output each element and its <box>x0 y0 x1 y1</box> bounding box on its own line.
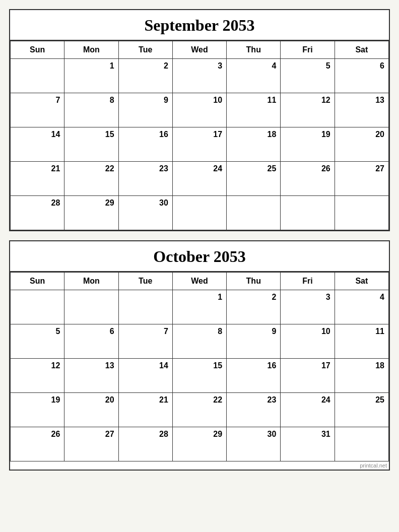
day-cell: 4 <box>335 290 388 324</box>
day-cell: 31 <box>281 427 335 461</box>
table-row: 78910111213 <box>11 93 389 127</box>
day-cell: 21 <box>118 393 172 427</box>
sep-col-tue: Tue <box>118 41 172 59</box>
day-cell: 23 <box>118 162 172 196</box>
sep-col-sun: Sun <box>11 41 64 59</box>
day-cell: 8 <box>172 324 226 359</box>
oct-col-sun: Sun <box>11 273 64 290</box>
day-cell <box>281 196 335 230</box>
table-row: 282930 <box>11 196 389 230</box>
day-cell: 9 <box>118 93 172 127</box>
table-row: 14151617181920 <box>11 127 389 162</box>
day-cell: 3 <box>172 59 226 93</box>
sep-col-wed: Wed <box>172 41 226 59</box>
day-cell: 30 <box>118 196 172 230</box>
day-cell: 10 <box>281 324 335 359</box>
day-cell: 6 <box>335 59 388 93</box>
day-cell: 15 <box>64 127 118 162</box>
day-cell: 1 <box>172 290 226 324</box>
sep-col-fri: Fri <box>281 41 335 59</box>
oct-col-thu: Thu <box>227 273 281 290</box>
day-cell: 26 <box>281 162 335 196</box>
day-cell: 11 <box>335 324 388 359</box>
day-cell: 8 <box>64 93 118 127</box>
september-calendar: September 2053 Sun Mon Tue Wed Thu Fri S… <box>9 9 390 231</box>
table-row: 123456 <box>11 59 389 93</box>
day-cell: 23 <box>227 393 281 427</box>
october-calendar: October 2053 Sun Mon Tue Wed Thu Fri Sat… <box>9 240 390 471</box>
day-cell: 15 <box>172 359 226 393</box>
day-cell: 5 <box>281 59 335 93</box>
day-cell: 17 <box>281 359 335 393</box>
day-cell: 16 <box>227 359 281 393</box>
day-cell: 20 <box>335 127 388 162</box>
day-cell <box>335 427 388 461</box>
day-cell: 17 <box>172 127 226 162</box>
day-cell: 16 <box>118 127 172 162</box>
day-cell: 9 <box>227 324 281 359</box>
table-row: 262728293031 <box>11 427 389 461</box>
table-row: 1234 <box>11 290 389 324</box>
day-cell: 24 <box>172 162 226 196</box>
day-cell: 1 <box>64 59 118 93</box>
day-cell: 27 <box>64 427 118 461</box>
day-cell: 19 <box>281 127 335 162</box>
day-cell: 14 <box>11 127 64 162</box>
day-cell <box>64 290 118 324</box>
day-cell: 19 <box>11 393 64 427</box>
day-cell: 22 <box>172 393 226 427</box>
day-cell: 27 <box>335 162 388 196</box>
day-cell: 26 <box>11 427 64 461</box>
october-title: October 2053 <box>10 241 389 272</box>
day-cell <box>227 196 281 230</box>
day-cell <box>335 196 388 230</box>
day-cell: 28 <box>118 427 172 461</box>
day-cell: 7 <box>11 93 64 127</box>
oct-col-wed: Wed <box>172 273 226 290</box>
day-cell: 18 <box>335 359 388 393</box>
day-cell: 11 <box>227 93 281 127</box>
oct-col-fri: Fri <box>281 273 335 290</box>
day-cell: 13 <box>335 93 388 127</box>
table-row: 12131415161718 <box>11 359 389 393</box>
day-cell: 21 <box>11 162 64 196</box>
day-cell: 30 <box>227 427 281 461</box>
day-cell: 12 <box>281 93 335 127</box>
day-cell: 29 <box>172 427 226 461</box>
day-cell <box>118 290 172 324</box>
oct-col-mon: Mon <box>64 273 118 290</box>
september-title: September 2053 <box>10 10 389 41</box>
day-cell: 5 <box>11 324 64 359</box>
day-cell: 6 <box>64 324 118 359</box>
day-cell: 7 <box>118 324 172 359</box>
day-cell: 3 <box>281 290 335 324</box>
day-cell: 4 <box>227 59 281 93</box>
sep-col-thu: Thu <box>227 41 281 59</box>
september-header-row: Sun Mon Tue Wed Thu Fri Sat <box>11 41 389 59</box>
day-cell: 29 <box>64 196 118 230</box>
day-cell: 25 <box>335 393 388 427</box>
oct-col-sat: Sat <box>335 273 388 290</box>
day-cell: 24 <box>281 393 335 427</box>
day-cell: 22 <box>64 162 118 196</box>
day-cell: 25 <box>227 162 281 196</box>
watermark: printcal.net <box>10 461 389 470</box>
day-cell: 2 <box>118 59 172 93</box>
table-row: 19202122232425 <box>11 393 389 427</box>
day-cell: 13 <box>64 359 118 393</box>
day-cell: 18 <box>227 127 281 162</box>
sep-col-sat: Sat <box>335 41 388 59</box>
sep-col-mon: Mon <box>64 41 118 59</box>
day-cell: 10 <box>172 93 226 127</box>
october-header-row: Sun Mon Tue Wed Thu Fri Sat <box>11 273 389 290</box>
day-cell: 20 <box>64 393 118 427</box>
day-cell <box>11 290 64 324</box>
day-cell: 12 <box>11 359 64 393</box>
day-cell: 2 <box>227 290 281 324</box>
day-cell <box>172 196 226 230</box>
day-cell: 28 <box>11 196 64 230</box>
day-cell: 14 <box>118 359 172 393</box>
table-row: 567891011 <box>11 324 389 359</box>
table-row: 21222324252627 <box>11 162 389 196</box>
oct-col-tue: Tue <box>118 273 172 290</box>
